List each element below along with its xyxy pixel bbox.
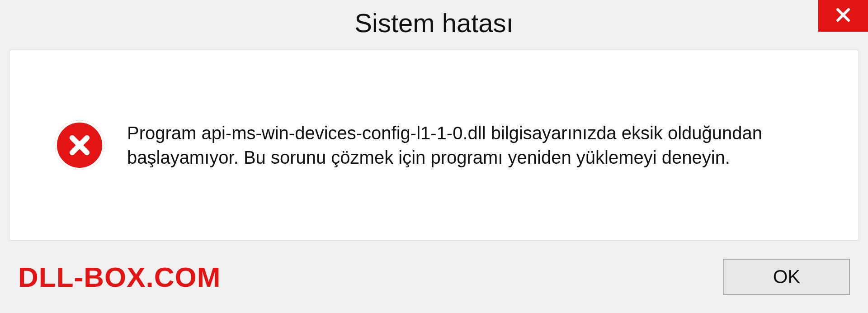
error-dialog: Sistem hatası Program api-ms-win-devices… bbox=[0, 0, 868, 313]
titlebar: Sistem hatası bbox=[0, 0, 868, 45]
dialog-title: Sistem hatası bbox=[354, 8, 513, 38]
close-icon bbox=[835, 7, 851, 25]
ok-button[interactable]: OK bbox=[723, 259, 850, 295]
dialog-footer: DLL-BOX.COM OK bbox=[0, 250, 868, 313]
dialog-body: Program api-ms-win-devices-config-l1-1-0… bbox=[9, 50, 859, 241]
error-icon bbox=[55, 120, 104, 170]
brand-text: DLL-BOX.COM bbox=[18, 261, 221, 293]
close-button[interactable] bbox=[818, 0, 868, 32]
dialog-message: Program api-ms-win-devices-config-l1-1-0… bbox=[127, 121, 831, 170]
